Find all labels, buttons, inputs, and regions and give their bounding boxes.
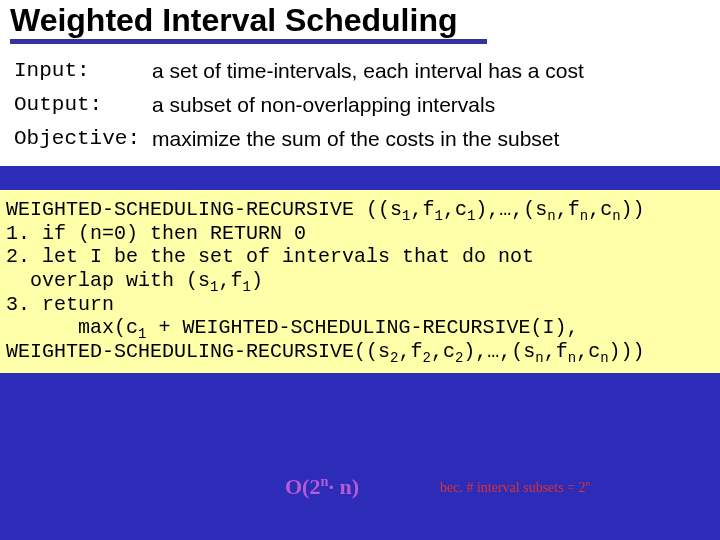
output-text: a subset of non-overlapping intervals	[148, 88, 588, 122]
input-label: Input:	[10, 54, 148, 88]
title-area: Weighted Interval Scheduling	[0, 0, 720, 48]
slide: Weighted Interval Scheduling Input: a se…	[0, 0, 720, 540]
code-line-2: 2. let I be the set of intervals that do…	[6, 245, 714, 269]
code-line-2b: overlap with (s1,f1)	[6, 269, 714, 293]
code-header: WEIGHTED-SCHEDULING-RECURSIVE ((s1,f1,c1…	[6, 198, 714, 222]
definitions-table: Input: a set of time-intervals, each int…	[10, 54, 588, 156]
row-input: Input: a set of time-intervals, each int…	[10, 54, 588, 88]
row-objective: Objective: maximize the sum of the costs…	[10, 122, 588, 156]
output-label: Output:	[10, 88, 148, 122]
code-line-1: 1. if (n=0) then RETURN 0	[6, 222, 714, 246]
objective-text: maximize the sum of the costs in the sub…	[148, 122, 588, 156]
slide-title: Weighted Interval Scheduling	[10, 2, 487, 44]
definitions-block: Input: a set of time-intervals, each int…	[0, 48, 720, 166]
big-o-annotation: O(2n· n)	[285, 473, 359, 500]
separator	[0, 166, 720, 190]
objective-label: Objective:	[10, 122, 148, 156]
input-text: a set of time-intervals, each interval h…	[148, 54, 588, 88]
row-output: Output: a subset of non-overlapping inte…	[10, 88, 588, 122]
code-line-3: 3. return	[6, 293, 714, 317]
pseudocode-block: WEIGHTED-SCHEDULING-RECURSIVE ((s1,f1,c1…	[0, 190, 720, 373]
code-line-3c: WEIGHTED-SCHEDULING-RECURSIVE((s2,f2,c2)…	[6, 340, 714, 364]
reason-annotation: bec. # interval subsets = 2n	[440, 478, 590, 496]
code-line-3b: max(c1 + WEIGHTED-SCHEDULING-RECURSIVE(I…	[6, 316, 714, 340]
